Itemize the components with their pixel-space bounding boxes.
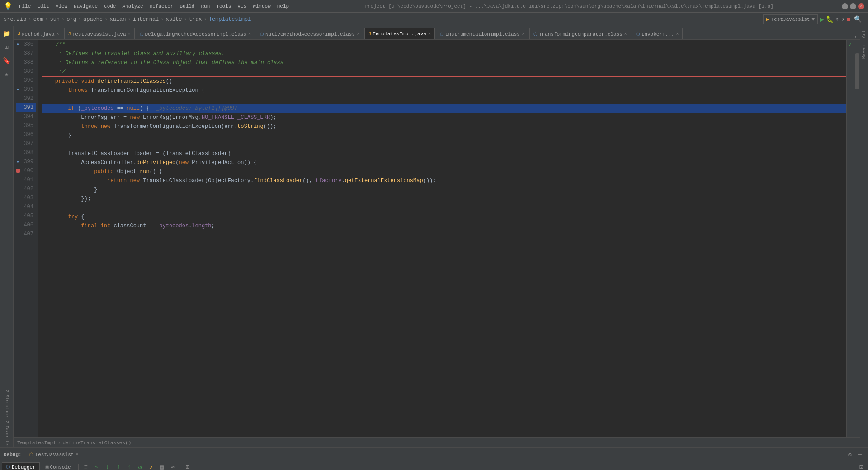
- evaluate-expression-button[interactable]: ▦: [157, 462, 167, 470]
- step-over-button[interactable]: ↷: [92, 462, 102, 470]
- run-to-cursor-button[interactable]: ↗: [146, 462, 156, 470]
- class-file-icon: ⬡: [533, 32, 538, 37]
- tab-delegating-class[interactable]: ⬡ DelegatingMethodAccessorImpl.class ×: [136, 28, 255, 40]
- console-tab[interactable]: ▤ Console: [42, 462, 75, 470]
- line-num-391: ◆ 391: [16, 85, 36, 94]
- nav-xsltc[interactable]: xsltc: [166, 16, 182, 23]
- close-icon[interactable]: ×: [248, 32, 251, 37]
- debug-close-panel-button[interactable]: —: [855, 450, 864, 459]
- show-execution-button[interactable]: ≡: [81, 462, 91, 470]
- class-file-icon: ⬡: [140, 32, 144, 37]
- debugger-tab[interactable]: ⬡ Debugger: [2, 462, 40, 470]
- sidebar-bookmarks[interactable]: 🔖: [2, 56, 12, 66]
- coverage-button[interactable]: ☂: [835, 15, 839, 23]
- trace-button[interactable]: ≈: [168, 462, 178, 470]
- run-config[interactable]: ▶ TestJavassist ▼: [763, 14, 818, 24]
- menu-code[interactable]: Code: [101, 3, 118, 10]
- line-num-390: 390: [16, 76, 36, 85]
- step-into-button[interactable]: ↓: [103, 462, 113, 470]
- right-label-ant[interactable]: Ant: [861, 26, 868, 42]
- right-label-maven[interactable]: Maven: [861, 42, 868, 62]
- restore-layout-button[interactable]: ⊞: [183, 462, 193, 470]
- tabs-overflow[interactable]: ▸: [852, 34, 860, 39]
- code-editor[interactable]: ◆ 386 387 388 389 390 ◆ 391 392 393 394 …: [14, 40, 860, 437]
- bottom-panel: Debug: ⬡ TestJavassist × ⚙ — ⬡ Debugger …: [0, 447, 868, 470]
- minimize-button[interactable]: —: [842, 3, 848, 9]
- close-icon[interactable]: ×: [428, 32, 431, 37]
- breadcrumb-method[interactable]: defineTransletClasses(): [62, 440, 131, 446]
- menu-build[interactable]: Build: [177, 3, 197, 10]
- stop-button[interactable]: ■: [847, 16, 850, 23]
- scrollbar-thumb[interactable]: [855, 53, 859, 89]
- close-icon[interactable]: ×: [522, 32, 524, 37]
- nav-com[interactable]: com: [33, 16, 43, 23]
- tab-label: TemplatesImpl.java: [373, 31, 426, 37]
- line-num-402: 402: [16, 184, 36, 193]
- menu-edit[interactable]: Edit: [34, 3, 52, 10]
- menu-vcs[interactable]: VCS: [235, 3, 249, 10]
- menu-analyze[interactable]: Analyze: [119, 3, 146, 10]
- menu-view[interactable]: View: [53, 3, 70, 10]
- nav-trax[interactable]: trax: [189, 16, 202, 23]
- close-icon[interactable]: ×: [676, 32, 679, 37]
- sidebar-zfavorites[interactable]: Z Favorites: [5, 421, 9, 447]
- line-num-405: 405: [16, 212, 36, 221]
- debug-close-icon[interactable]: ×: [75, 452, 78, 457]
- debug-session-tab[interactable]: ⬡ TestJavassist ×: [25, 450, 83, 459]
- tab-label: InstrumentationImpl.class: [445, 32, 520, 37]
- menu-run[interactable]: Run: [198, 3, 212, 10]
- nav-srczip[interactable]: src.zip: [4, 16, 26, 23]
- code-line-388: * Returns a reference to the Class objec…: [42, 58, 852, 67]
- nav-org[interactable]: org: [66, 16, 76, 23]
- nav-internal[interactable]: internal: [133, 16, 159, 23]
- tab-transforming-class[interactable]: ⬡ TransformingComparator.class ×: [529, 28, 631, 40]
- force-step-into-button[interactable]: ⇩: [113, 462, 123, 470]
- nav-apache[interactable]: apache: [83, 16, 103, 23]
- console-icon: ▤: [46, 464, 49, 470]
- tab-testjavassist-java[interactable]: J TestJavassist.java ×: [64, 28, 135, 40]
- menu-refactor[interactable]: Refactor: [147, 3, 176, 10]
- drop-frame-button[interactable]: ↺: [135, 462, 145, 470]
- close-icon[interactable]: ×: [357, 32, 359, 37]
- tab-templatesimpl-java[interactable]: J TemplatesImpl.java ×: [364, 28, 435, 40]
- menu-window[interactable]: Window: [250, 3, 274, 10]
- debug-layout-button[interactable]: ⊡: [856, 462, 866, 470]
- tab-label: NativeMethodAccessorImpl.class: [265, 32, 355, 37]
- tab-invoker-class[interactable]: ⬡ InvokerT... ×: [632, 28, 683, 40]
- menu-file[interactable]: File: [16, 3, 33, 10]
- breadcrumb-class[interactable]: TemplatesImpl: [17, 440, 56, 446]
- restore-button[interactable]: □: [850, 3, 856, 9]
- sidebar-project[interactable]: 📁: [2, 28, 12, 38]
- close-icon[interactable]: ×: [128, 32, 131, 37]
- close-button[interactable]: ×: [858, 3, 864, 9]
- sidebar-favorites[interactable]: ★: [2, 69, 12, 79]
- java-file-icon: J: [368, 32, 371, 37]
- nav-sun[interactable]: sun: [50, 16, 60, 23]
- debug-settings-button[interactable]: ⚙: [845, 450, 854, 459]
- nav-bar: src.zip › com › sun › org › apache › xal…: [0, 13, 868, 26]
- profile-button[interactable]: ⚡: [841, 15, 844, 23]
- code-content[interactable]: /** * Defines the translet class and aux…: [38, 40, 860, 437]
- menu-help[interactable]: Help: [274, 3, 292, 10]
- nav-xalan[interactable]: xalan: [109, 16, 126, 23]
- code-line-403: });: [42, 194, 856, 203]
- sidebar-zstructure[interactable]: Z Structure: [5, 390, 9, 417]
- tab-native-class[interactable]: ⬡ NativeMethodAccessorImpl.class ×: [256, 28, 363, 40]
- menu-tools[interactable]: Tools: [213, 3, 234, 10]
- tab-label: TransformingComparator.class: [539, 32, 623, 37]
- tab-instrumentation-class[interactable]: ⬡ InstrumentationImpl.class ×: [436, 28, 528, 40]
- search-everywhere-button[interactable]: 🔍: [854, 15, 862, 23]
- tab-method-java[interactable]: J Method.java ×: [14, 28, 63, 40]
- step-out-button[interactable]: ↑: [124, 462, 134, 470]
- nav-templatesimpl[interactable]: TemplatesImpl: [209, 16, 251, 23]
- class-file-icon: ⬡: [636, 32, 640, 37]
- close-icon[interactable]: ×: [624, 32, 627, 37]
- menu-navigate[interactable]: Navigate: [71, 3, 100, 10]
- sidebar-structure[interactable]: ⊞: [2, 42, 12, 52]
- line-num-403: 403: [16, 193, 36, 202]
- close-icon[interactable]: ×: [57, 32, 59, 37]
- debug-session-name: TestJavassist: [35, 452, 74, 457]
- vertical-scrollbar[interactable]: [854, 40, 860, 437]
- run-button[interactable]: ▶: [820, 15, 824, 24]
- debug-run-button[interactable]: 🐛: [826, 15, 834, 23]
